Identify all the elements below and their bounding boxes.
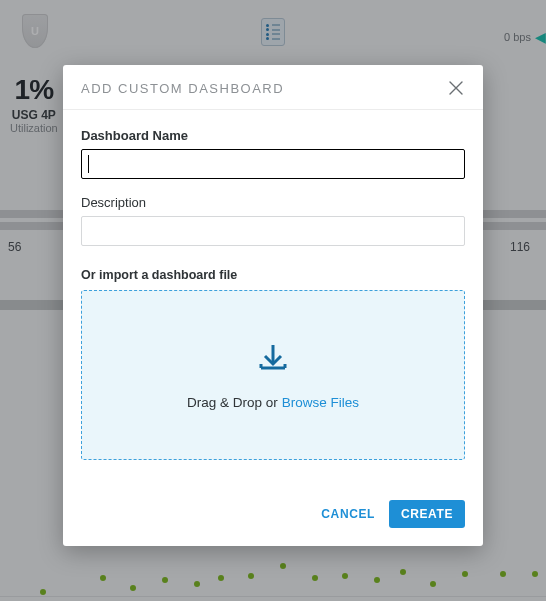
import-dropzone[interactable]: Drag & Drop or Browse Files <box>81 290 465 460</box>
text-cursor <box>88 155 89 173</box>
description-label: Description <box>81 195 465 210</box>
add-dashboard-modal: ADD CUSTOM DASHBOARD Dashboard Name Desc… <box>63 65 483 546</box>
modal-title: ADD CUSTOM DASHBOARD <box>81 81 284 96</box>
description-input[interactable] <box>81 216 465 246</box>
close-button[interactable] <box>447 79 465 97</box>
import-label: Or import a dashboard file <box>81 268 465 282</box>
dropzone-text: Drag & Drop or Browse Files <box>187 395 359 410</box>
dashboard-name-input[interactable] <box>81 149 465 179</box>
create-button[interactable]: CREATE <box>389 500 465 528</box>
dropzone-prefix: Drag & Drop or <box>187 395 282 410</box>
modal-header: ADD CUSTOM DASHBOARD <box>63 65 483 110</box>
download-icon <box>255 341 291 377</box>
close-icon <box>449 81 463 95</box>
cancel-button[interactable]: CANCEL <box>321 507 375 521</box>
browse-files-link[interactable]: Browse Files <box>282 395 359 410</box>
dashboard-name-label: Dashboard Name <box>81 128 465 143</box>
modal-footer: CANCEL CREATE <box>63 470 483 546</box>
